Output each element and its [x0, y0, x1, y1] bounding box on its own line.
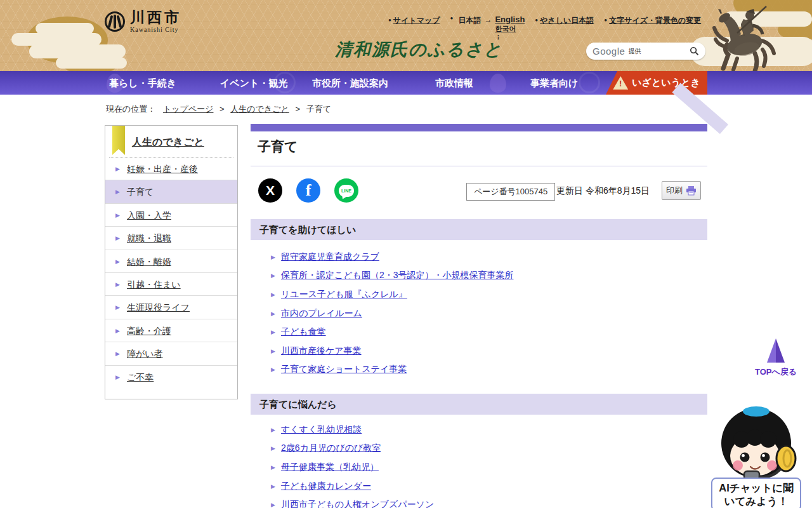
search-provided-label: 提供 — [628, 47, 690, 56]
sidebar-item-label: 障がい者 — [127, 349, 163, 359]
sidebar-item-label: 結婚・離婚 — [127, 257, 171, 267]
breadcrumb-prefix: 現在の位置： — [106, 104, 155, 114]
sidebar-item-label: 就職・退職 — [127, 233, 171, 243]
title-accent-bar — [251, 124, 707, 131]
sidebar-item-shushoku[interactable]: 就職・退職 — [105, 227, 237, 250]
updated-date: 更新日 令和6年8月15日 — [556, 185, 650, 197]
nav-emblem-decoration — [579, 72, 600, 93]
language-option-english[interactable]: English — [495, 15, 525, 25]
list-item: 母子健康事業（乳幼児） — [271, 458, 434, 477]
link-kodomo-shokudo[interactable]: 子ども食堂 — [281, 326, 326, 338]
line-icon: LINE — [339, 185, 354, 197]
city-logo[interactable]: 川西市 Kawanishi City — [105, 10, 181, 33]
ai-chat-label: AIチャットに聞いてみよう！ — [711, 478, 801, 508]
list-item: 市内のプレイルーム — [271, 304, 513, 323]
sidebar-item-kosodate-active[interactable]: 子育て — [105, 180, 237, 203]
city-name: 川西市 — [130, 10, 181, 25]
breadcrumb-life-events-link[interactable]: 人生のできごと — [230, 104, 289, 114]
sidebar-item-ninshin[interactable]: 妊娠・出産・産後 — [105, 157, 237, 180]
share-line-button[interactable]: LINE — [334, 178, 358, 203]
printer-icon — [686, 185, 697, 196]
help-link-list: 留守家庭児童育成クラブ 保育所・認定こども園（2・3号認定）・小規模保育事業所 … — [271, 248, 513, 379]
link-sukusuku[interactable]: すくすく乳幼児相談 — [281, 424, 362, 436]
sidebar-item-kekkon[interactable]: 結婚・離婚 — [105, 250, 237, 273]
easy-japanese-link[interactable]: やさしい日本語 — [540, 16, 594, 25]
text-size-background-link[interactable]: 文字サイズ・背景色の変更 — [609, 16, 701, 25]
breadcrumb-separator: > — [295, 104, 300, 114]
breadcrumb: 現在の位置： トップページ > 人生のできごと > 子育て — [106, 104, 331, 115]
worry-link-list: すくすく乳幼児相談 2歳6カ月児のびのび教室 母子健康事業（乳幼児） 子ども健康… — [271, 420, 434, 508]
site-header: 川西市 Kawanishi City サイトマップ 日本語 → English … — [0, 0, 812, 71]
sidebar-item-hikkoshi[interactable]: 引越・住まい — [105, 273, 237, 296]
arrow-right-icon: → — [484, 15, 492, 24]
section-heading-help: 子育てを助けてほしい — [251, 219, 707, 240]
text-size-link-wrap: 文字サイズ・背景色の変更 — [604, 15, 701, 26]
link-reuse-fukureru[interactable]: リユース子ども服『ふクレル』 — [281, 289, 407, 300]
nav-item-event[interactable]: イベント・観光 — [220, 71, 287, 95]
breadcrumb-top-link[interactable]: トップページ — [163, 104, 214, 114]
city-emblem-icon — [105, 11, 125, 32]
language-option-korean[interactable]: 한국어 — [495, 25, 516, 33]
nav-item-jigyosha[interactable]: 事業者向け — [530, 71, 578, 95]
ai-chat-widget[interactable]: AIチャットに聞いてみよう！ — [709, 404, 804, 508]
facebook-icon: f — [306, 181, 311, 200]
list-item: 保育所・認定こども園（2・3号認定）・小規模保育事業所 — [271, 267, 513, 286]
back-to-top-button[interactable]: TOPへ戻る — [752, 338, 799, 378]
list-item: 子育て家庭ショートステイ事業 — [271, 361, 513, 380]
list-item: 川西市子どもの人権オンブズパーソン — [271, 495, 434, 508]
sidebar-item-label: 高齢・介護 — [127, 326, 171, 336]
sidebar-item-label: 引越・住まい — [127, 279, 181, 290]
nav-leaf-decoration — [490, 74, 506, 93]
list-item: 子ども健康カレンダー — [271, 477, 434, 496]
nav-emergency-button[interactable]: いざというとき — [606, 71, 707, 95]
link-kenko-calendar[interactable]: 子ども健康カレンダー — [281, 481, 371, 492]
link-nobinobi[interactable]: 2歳6カ月児のびのび教室 — [281, 443, 381, 454]
share-x-button[interactable]: X — [258, 178, 282, 203]
print-button[interactable]: 印刷 — [662, 181, 701, 200]
cloud-decoration — [29, 44, 126, 58]
sidebar-life-events: 人生のできごと 妊娠・出産・産後 子育て 入園・入学 就職・退職 結婚・離婚 引… — [105, 125, 238, 399]
list-item: 子ども食堂 — [271, 323, 513, 342]
language-current: 日本語 — [458, 15, 481, 26]
link-boshi-kenko[interactable]: 母子健康事業（乳幼児） — [281, 462, 379, 473]
share-facebook-button[interactable]: f — [296, 178, 320, 203]
link-hoikusho[interactable]: 保育所・認定こども園（2・3号認定）・小規模保育事業所 — [281, 270, 514, 281]
sidebar-item-korei[interactable]: 高齢・介護 — [105, 319, 237, 342]
link-rusu-katei[interactable]: 留守家庭児童育成クラブ — [281, 251, 379, 263]
site-search-box[interactable]: Google 提供 — [586, 43, 705, 60]
cloud-decoration — [56, 57, 127, 69]
print-button-label: 印刷 — [666, 185, 683, 196]
sidebar-item-label: ご不幸 — [127, 372, 154, 382]
sitemap-link[interactable]: サイトマップ — [393, 16, 440, 25]
link-playroom[interactable]: 市内のプレイルーム — [281, 308, 362, 319]
nav-item-shisei[interactable]: 市政情報 — [435, 71, 473, 95]
list-item: すくすく乳幼児相談 — [271, 420, 434, 439]
mascot-icon — [709, 404, 804, 479]
search-icon[interactable] — [690, 46, 699, 56]
samurai-statue-image — [705, 0, 783, 75]
list-item: 留守家庭児童育成クラブ — [271, 248, 513, 267]
city-name-en: Kawanishi City — [130, 26, 181, 33]
sidebar-item-label: 入園・入学 — [127, 210, 171, 220]
nav-item-kurashi[interactable]: 暮らし・手続き — [109, 71, 176, 95]
x-icon: X — [266, 183, 275, 198]
sidebar-title-link[interactable]: 人生のできごと — [132, 136, 230, 149]
nav-item-shiyakusho[interactable]: 市役所・施設案内 — [312, 71, 388, 95]
title-underline — [251, 166, 707, 166]
sidebar-item-gofuko[interactable]: ご不幸 — [105, 366, 237, 389]
sidebar-item-shogai-life[interactable]: 生涯現役ライフ — [105, 296, 237, 319]
sidebar-item-nyuen[interactable]: 入園・入学 — [105, 204, 237, 227]
link-ombudsperson[interactable]: 川西市子どもの人権オンブズパーソン — [281, 499, 434, 508]
sidebar-item-label: 子育て — [127, 187, 154, 197]
site-slogan: 清和源氏のふるさと — [335, 38, 502, 61]
sidebar-list: 妊娠・出産・産後 子育て 入園・入学 就職・退職 結婚・離婚 引越・住まい 生涯… — [105, 157, 237, 389]
nav-emergency-label: いざというとき — [632, 77, 700, 89]
link-sango-care[interactable]: 川西市産後ケア事業 — [281, 345, 362, 357]
section-heading-worry: 子育てに悩んだら — [251, 394, 707, 415]
list-item: 川西市産後ケア事業 — [271, 342, 513, 361]
sidebar-item-shogaisha[interactable]: 障がい者 — [105, 342, 237, 365]
link-short-stay[interactable]: 子育て家庭ショートステイ事業 — [281, 364, 407, 375]
list-item: リユース子ども服『ふクレル』 — [271, 285, 513, 304]
page-number-badge: ページ番号1005745 — [466, 183, 555, 201]
warning-icon — [613, 76, 628, 90]
